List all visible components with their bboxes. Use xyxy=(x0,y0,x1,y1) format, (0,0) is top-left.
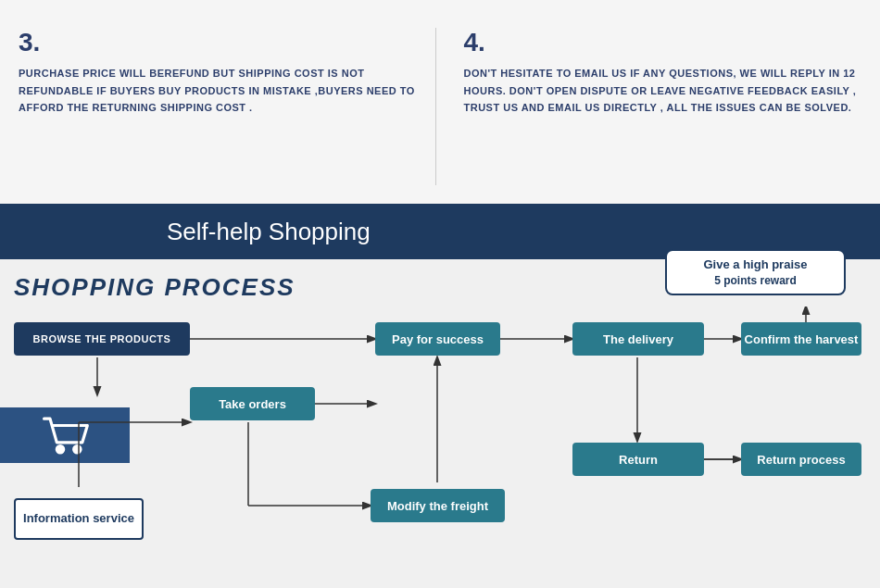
return-node: Return xyxy=(572,443,704,476)
reward-line2: 5 points reward xyxy=(704,273,808,289)
browse-products-node: BROWSE THE PRODUCTS xyxy=(14,322,190,356)
reward-node: Give a high praise 5 points reward xyxy=(665,249,846,295)
step3-container: 3. PURCHASE PRICE WILL BEREFUND BUT SHIP… xyxy=(19,28,436,185)
bottom-section: Self-help Shopping SHOPPING PROCESS xyxy=(0,204,880,588)
step4-number: 4. xyxy=(464,28,862,57)
step3-text: PURCHASE PRICE WILL BEREFUND BUT SHIPPIN… xyxy=(19,65,417,117)
pay-success-node: Pay for success xyxy=(375,322,500,356)
step4-text: DON'T HESITATE TO EMAIL US IF ANY QUESTI… xyxy=(464,65,862,117)
step4-container: 4. DON'T HESITATE TO EMAIL US IF ANY QUE… xyxy=(436,28,862,185)
take-orders-node: Take orders xyxy=(190,387,315,420)
delivery-node: The delivery xyxy=(572,322,704,356)
reward-line1: Give a high praise xyxy=(704,256,808,273)
header-title: Self-help Shopping xyxy=(167,218,371,246)
modify-freight-node: Modify the freight xyxy=(371,489,505,522)
info-service-node: Information service xyxy=(14,498,144,540)
step3-number: 3. xyxy=(19,28,417,57)
flow-diagram: BROWSE THE PRODUCTS Take orders Pay for … xyxy=(0,307,880,588)
top-section: 3. PURCHASE PRICE WILL BEREFUND BUT SHIP… xyxy=(0,0,880,204)
return-process-node: Return process xyxy=(741,443,861,476)
confirm-harvest-node: Confirm the harvest xyxy=(741,322,861,356)
